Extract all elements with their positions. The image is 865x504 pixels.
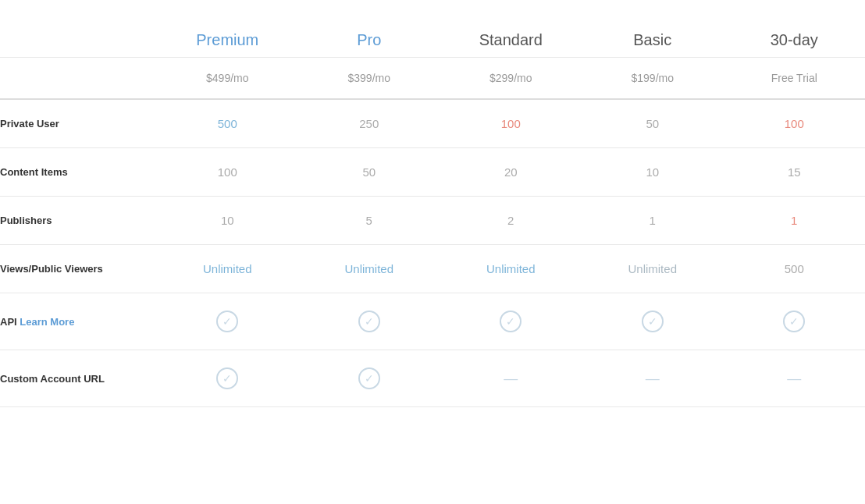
price-standard: $299/mo (440, 58, 582, 100)
check-icon: ✓ (500, 311, 521, 332)
price-premium: $499/mo (157, 58, 298, 100)
table-row: API Learn More✓✓✓✓✓ (0, 293, 865, 350)
cell-row3-col2: Unlimited (440, 245, 582, 293)
feature-label-4: API Learn More (0, 293, 157, 350)
cell-row2-col3: 1 (582, 197, 723, 245)
cell-row2-col1: 5 (298, 197, 440, 245)
cell-row0-col2: 100 (440, 99, 582, 148)
dash-icon: — (787, 371, 801, 386)
cell-row0-col0: 500 (157, 99, 298, 148)
dash-icon: — (646, 371, 660, 386)
table-row: Publishers105211 (0, 197, 865, 245)
plan-headers-row: Premium Pro Standard Basic 30-day (0, 16, 865, 58)
price-row: $499/mo $399/mo $299/mo $199/mo Free Tri… (0, 58, 865, 100)
cell-row5-col4: — (723, 350, 865, 407)
cell-row5-col2: — (440, 350, 582, 407)
price-trial: Free Trial (723, 58, 865, 100)
price-feature-spacer (0, 58, 157, 100)
cell-row3-col3: Unlimited (582, 245, 723, 293)
table-row: Private User50025010050100 (0, 99, 865, 148)
cell-row2-col0: 10 (157, 197, 298, 245)
cell-row1-col2: 20 (440, 148, 582, 197)
table-row: Content Items10050201015 (0, 148, 865, 197)
api-learn-more-link[interactable]: Learn More (20, 316, 74, 328)
cell-row1-col3: 10 (582, 148, 723, 197)
plan-premium-header: Premium (157, 16, 298, 58)
cell-row0-col1: 250 (298, 99, 440, 148)
price-basic: $199/mo (582, 58, 723, 100)
check-icon: ✓ (783, 311, 805, 332)
cell-row4-col3: ✓ (582, 293, 723, 350)
cell-row3-col1: Unlimited (298, 245, 440, 293)
feature-label-0: Private User (0, 99, 157, 148)
cell-row3-col4: 500 (723, 245, 865, 293)
cell-row5-col3: — (582, 350, 723, 407)
plan-standard-header: Standard (440, 16, 582, 58)
check-icon: ✓ (216, 367, 238, 389)
cell-row4-col4: ✓ (723, 293, 865, 350)
pricing-table: Premium Pro Standard Basic 30-day $499/m… (0, 0, 865, 423)
cell-row1-col0: 100 (157, 148, 298, 197)
cell-row4-col2: ✓ (440, 293, 582, 350)
feature-column-header (0, 16, 157, 58)
plan-trial-header: 30-day (723, 16, 865, 58)
cell-row5-col1: ✓ (298, 350, 440, 407)
feature-label-1: Content Items (0, 148, 157, 197)
check-icon: ✓ (358, 367, 380, 389)
cell-row0-col3: 50 (582, 99, 723, 148)
table-row: Views/Public ViewersUnlimitedUnlimitedUn… (0, 245, 865, 293)
cell-row2-col2: 2 (440, 197, 582, 245)
table-row: Custom Account URL✓✓——— (0, 350, 865, 407)
check-icon: ✓ (216, 311, 238, 332)
cell-row4-col0: ✓ (157, 293, 298, 350)
cell-row4-col1: ✓ (298, 293, 440, 350)
feature-label-2: Publishers (0, 197, 157, 245)
cell-row1-col1: 50 (298, 148, 440, 197)
dash-icon: — (504, 371, 518, 386)
cell-row1-col4: 15 (723, 148, 865, 197)
price-pro: $399/mo (298, 58, 440, 100)
plan-pro-header: Pro (298, 16, 440, 58)
cell-row0-col4: 100 (723, 99, 865, 148)
feature-label-5: Custom Account URL (0, 350, 157, 407)
check-icon: ✓ (358, 311, 380, 332)
feature-label-3: Views/Public Viewers (0, 245, 157, 293)
check-icon: ✓ (642, 311, 664, 332)
cell-row5-col0: ✓ (157, 350, 298, 407)
cell-row3-col0: Unlimited (157, 245, 298, 293)
cell-row2-col4: 1 (723, 197, 865, 245)
plan-basic-header: Basic (582, 16, 723, 58)
